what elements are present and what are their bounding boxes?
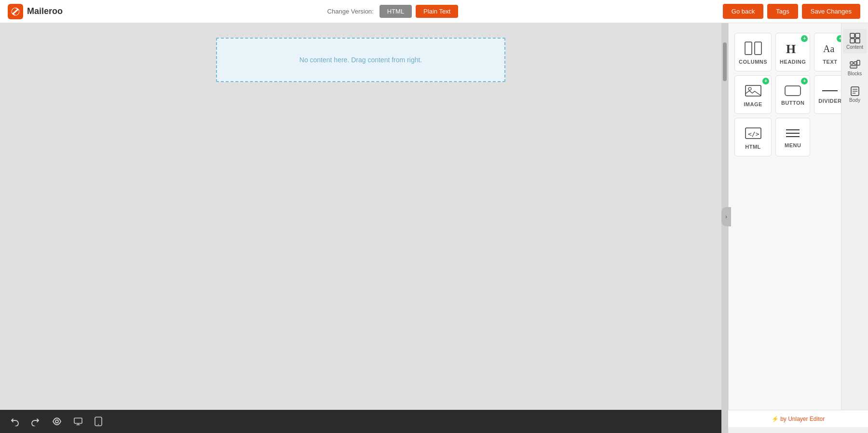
html-label: HTML: [745, 144, 761, 150]
image-icon: [745, 84, 761, 98]
svg-rect-6: [785, 86, 800, 96]
topbar-right: Go back Tags Save Changes: [723, 4, 860, 19]
sidenav-blocks[interactable]: Blocks: [843, 56, 867, 80]
panel-content-area: No content here. Drag content from right…: [0, 23, 868, 410]
preview-button[interactable]: [50, 415, 64, 428]
menu-icon: [786, 128, 800, 139]
sidenav-content[interactable]: Content: [843, 29, 867, 54]
scrollbar-thumb[interactable]: [723, 42, 727, 81]
text-add-badge: +: [837, 35, 841, 42]
content-item-heading[interactable]: + H HEADING: [775, 33, 810, 71]
panel-footer: ⚡ by Unlayer Editor: [728, 410, 868, 427]
content-item-menu[interactable]: MENU: [775, 118, 810, 156]
html-version-button[interactable]: HTML: [380, 5, 412, 18]
content-item-text[interactable]: + Aa TEXT: [814, 33, 841, 71]
button-add-badge: +: [801, 78, 808, 84]
text-icon: Aa: [822, 42, 838, 55]
right-panel: COLUMNS + H HEADING +: [728, 23, 868, 410]
svg-rect-20: [850, 66, 857, 68]
svg-rect-26: [74, 418, 82, 423]
svg-rect-17: [850, 62, 853, 64]
body-icon: [850, 86, 860, 97]
version-label: Change Version:: [327, 8, 374, 15]
content-icon: [850, 33, 860, 43]
sidenav-content-label: Content: [846, 44, 863, 50]
bottom-toolbar: [0, 410, 721, 433]
undo-button[interactable]: [8, 415, 21, 428]
svg-point-5: [748, 87, 751, 90]
panel-wrapper: No content here. Drag content from right…: [0, 23, 868, 433]
bottom-row: ⚡ by Unlayer Editor: [0, 410, 868, 433]
sidenav-body-label: Body: [849, 98, 860, 103]
html-icon: </>: [745, 126, 761, 140]
side-nav: Content Blocks: [841, 23, 868, 410]
canvas-area: No content here. Drag content from right…: [0, 23, 721, 410]
heading-icon: H: [785, 42, 800, 55]
button-icon: [785, 85, 801, 96]
svg-text:Aa: Aa: [823, 43, 834, 54]
save-changes-button[interactable]: Save Changes: [802, 4, 860, 19]
collapse-button[interactable]: ›: [721, 207, 731, 226]
columns-label: COLUMNS: [739, 59, 767, 65]
divider-icon: [822, 87, 838, 94]
heading-add-badge: +: [801, 35, 808, 42]
topbar: Maileroo Change Version: HTML Plain Text…: [0, 0, 868, 23]
desktop-button[interactable]: [71, 415, 85, 428]
divider-label: DIVIDER: [818, 98, 841, 104]
svg-text:H: H: [786, 42, 796, 55]
mobile-button[interactable]: [93, 415, 104, 428]
svg-rect-14: [855, 33, 860, 38]
logo-text: Maileroo: [27, 6, 63, 16]
content-item-columns[interactable]: COLUMNS: [734, 33, 772, 71]
content-item-divider[interactable]: DIVIDER: [814, 75, 841, 114]
svg-rect-18: [854, 62, 857, 64]
sidenav-blocks-label: Blocks: [848, 71, 862, 76]
email-canvas: No content here. Drag content from right…: [216, 38, 505, 395]
content-panel: COLUMNS + H HEADING +: [729, 23, 841, 410]
logo-icon: [8, 4, 23, 19]
svg-rect-15: [850, 39, 854, 43]
scrollbar-bottom-spacer: [721, 410, 728, 433]
sidenav-body[interactable]: Body: [843, 82, 867, 107]
svg-rect-19: [857, 60, 860, 65]
topbar-center: Change Version: HTML Plain Text: [327, 5, 459, 18]
text-label: TEXT: [823, 59, 837, 65]
svg-rect-4: [746, 85, 761, 96]
drop-zone-text: No content here. Drag content from right…: [299, 56, 422, 64]
svg-rect-13: [850, 33, 854, 38]
svg-point-25: [55, 420, 58, 423]
go-back-button[interactable]: Go back: [723, 4, 763, 19]
button-label: BUTTON: [781, 100, 805, 106]
menu-label: MENU: [785, 142, 801, 148]
svg-text:</>: </>: [748, 130, 760, 138]
content-item-image[interactable]: + IMAGE: [734, 75, 772, 114]
svg-rect-16: [855, 39, 860, 43]
content-item-html[interactable]: </> HTML: [734, 118, 772, 156]
blocks-icon: [850, 59, 860, 70]
image-label: IMAGE: [744, 101, 762, 107]
content-grid: COLUMNS + H HEADING +: [734, 29, 835, 160]
redo-button[interactable]: [29, 415, 42, 428]
heading-label: HEADING: [780, 59, 806, 65]
plaintext-version-button[interactable]: Plain Text: [416, 5, 458, 18]
powered-by-text: ⚡ by Unlayer Editor: [772, 416, 825, 422]
tags-button[interactable]: Tags: [767, 4, 798, 19]
svg-rect-1: [755, 42, 761, 55]
image-add-badge: +: [762, 78, 769, 84]
right-panel-container: › COLUMNS: [728, 23, 868, 410]
columns-icon: [745, 42, 762, 55]
svg-rect-0: [745, 42, 752, 55]
topbar-left: Maileroo: [8, 4, 63, 19]
drop-zone[interactable]: No content here. Drag content from right…: [216, 38, 505, 82]
content-item-button[interactable]: + BUTTON: [775, 75, 810, 114]
svg-point-30: [98, 424, 99, 425]
